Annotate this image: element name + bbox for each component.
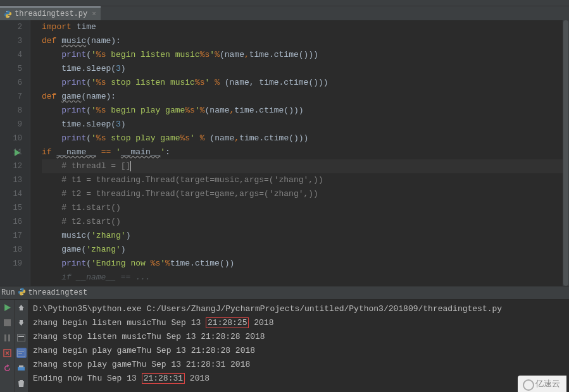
svg-rect-6 (8, 334, 10, 341)
python-file-icon (4, 10, 12, 18)
run-label: Run (1, 288, 15, 297)
line-number-gutter: 2345678910111213141516171819 (0, 20, 30, 286)
print-icon[interactable] (16, 363, 27, 373)
console-output[interactable]: D:\Python35\python.exe C:/Users/ZhangJ/P… (28, 300, 569, 392)
svg-rect-8 (17, 334, 25, 341)
svg-rect-9 (18, 336, 24, 337)
svg-point-1 (9, 16, 9, 16)
editor-tab[interactable]: threadingtest.py × (0, 6, 101, 20)
run-layout-toolbar (14, 300, 28, 392)
svg-rect-4 (4, 319, 11, 326)
python-run-icon (18, 288, 26, 298)
svg-point-0 (6, 11, 7, 11)
rerun-icon[interactable] (2, 302, 12, 312)
layout-icon[interactable] (16, 333, 27, 343)
svg-rect-12 (19, 365, 23, 367)
run-action-toolbar (0, 300, 14, 392)
up-icon[interactable] (16, 302, 27, 312)
stop-icon[interactable] (2, 317, 12, 328)
run-tool-window: D:\Python35\python.exe C:/Users/ZhangJ/P… (0, 300, 569, 392)
watermark: 亿速云 (518, 376, 566, 392)
tab-filename: threadingtest.py (15, 9, 87, 18)
editor-tab-bar: threadingtest.py × (0, 6, 569, 20)
svg-point-3 (22, 293, 23, 294)
svg-rect-5 (4, 334, 6, 341)
trash-icon[interactable] (16, 378, 27, 388)
pause-icon[interactable] (2, 333, 12, 343)
code-editor[interactable]: 2345678910111213141516171819 import time… (0, 20, 569, 286)
restart-icon[interactable] (2, 363, 12, 373)
down-icon[interactable] (16, 317, 27, 328)
soft-wrap-icon[interactable] (16, 348, 27, 358)
top-menu-bar (0, 0, 569, 6)
run-tool-header: Run threadingtest (0, 286, 569, 300)
svg-point-2 (20, 288, 21, 289)
exit-icon[interactable] (2, 348, 12, 358)
editor-scrollbar[interactable] (563, 20, 569, 286)
fold-column (30, 20, 38, 286)
run-config-name: threadingtest (28, 288, 88, 297)
close-tab-icon[interactable]: × (90, 10, 98, 18)
code-area[interactable]: import timedef music(name): print('%s be… (38, 20, 569, 286)
